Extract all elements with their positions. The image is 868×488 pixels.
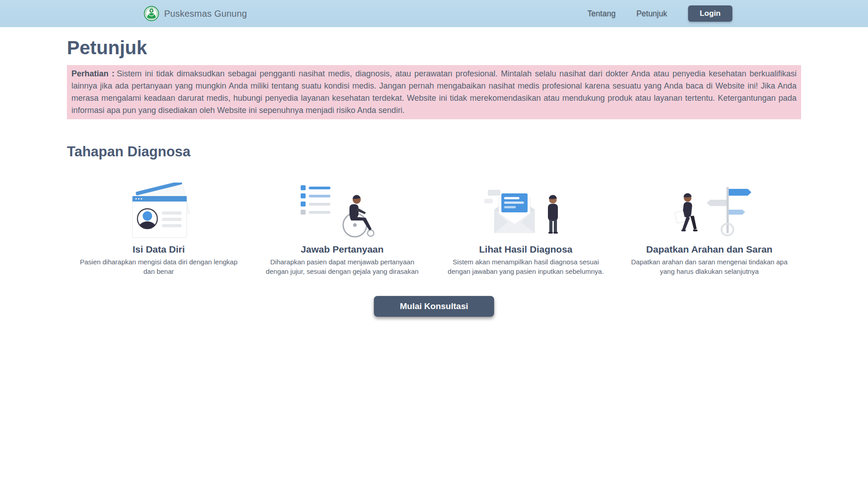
- step-isi-data-diri: Isi Data Diri Pasien diharapkan mengisi …: [67, 180, 250, 276]
- step-title: Jawab Pertanyaan: [250, 244, 434, 255]
- step-dapatkan-arahan: Dapatkan Arahan dan Saran Dapatkan araha…: [618, 180, 801, 276]
- step-description: Diharapkan pasien dapat menjawab pertany…: [263, 257, 422, 276]
- step-lihat-hasil-diagnosa: Lihat Hasil Diagnosa Sistem akan menampi…: [434, 180, 618, 276]
- puskesmas-logo-icon: [144, 6, 159, 21]
- signpost-illustration-icon: [618, 180, 801, 239]
- profile-card-illustration-icon: [67, 180, 250, 239]
- brand-name: Puskesmas Gunung: [164, 9, 247, 19]
- step-description: Sistem akan menampilkan hasil diagnosa s…: [446, 257, 605, 276]
- checklist-wheelchair-illustration-icon: [250, 180, 434, 239]
- navbar-links: Tentang Petunjuk Login: [587, 5, 732, 22]
- page-title: Petunjuk: [67, 37, 801, 59]
- navbar-brand[interactable]: Puskesmas Gunung: [144, 6, 247, 21]
- warning-label: Perhatian :: [71, 69, 114, 78]
- section-title: Tahapan Diagnosa: [67, 144, 801, 160]
- warning-text: Sistem ini tidak dimaksudkan sebagai pen…: [71, 69, 797, 115]
- step-title: Isi Data Diri: [67, 244, 250, 255]
- warning-banner: Perhatian :Sistem ini tidak dimaksudkan …: [67, 65, 801, 119]
- step-title: Lihat Hasil Diagnosa: [434, 244, 618, 255]
- step-jawab-pertanyaan: Jawab Pertanyaan Diharapkan pasien dapat…: [250, 180, 434, 276]
- step-title: Dapatkan Arahan dan Saran: [618, 244, 801, 255]
- login-button[interactable]: Login: [688, 5, 732, 22]
- step-description: Dapatkan arahan dan saran mengenai tinda…: [630, 257, 789, 276]
- main-content: Petunjuk Perhatian :Sistem ini tidak dim…: [67, 37, 801, 317]
- mail-result-illustration-icon: [434, 180, 618, 239]
- diagnosis-steps: Isi Data Diri Pasien diharapkan mengisi …: [67, 180, 801, 276]
- nav-link-petunjuk[interactable]: Petunjuk: [637, 9, 667, 19]
- step-description: Pasien diharapkan mengisi data diri deng…: [79, 257, 238, 276]
- nav-link-tentang[interactable]: Tentang: [587, 9, 615, 19]
- navbar: Puskesmas Gunung Tentang Petunjuk Login: [0, 0, 868, 27]
- mulai-konsultasi-button[interactable]: Mulai Konsultasi: [374, 296, 495, 317]
